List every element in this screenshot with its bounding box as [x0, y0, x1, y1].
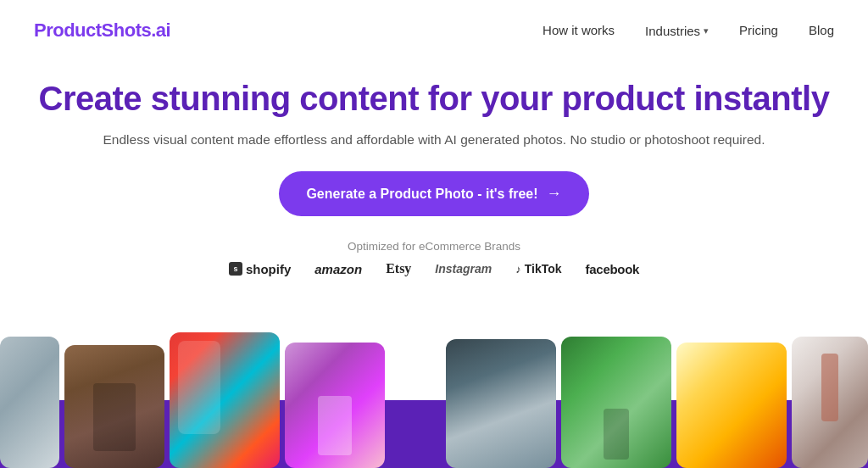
- shopify-label: shopify: [246, 262, 291, 276]
- brand-facebook: facebook: [586, 262, 639, 276]
- brand-tiktok: ♪ TikTok: [515, 262, 561, 276]
- chevron-down-icon: ▾: [704, 25, 709, 36]
- shopify-icon: s: [229, 262, 242, 276]
- brand-amazon: amazon: [314, 262, 362, 276]
- nav-link-pricing[interactable]: Pricing: [739, 23, 778, 37]
- brand-etsy: Etsy: [386, 261, 411, 276]
- nav-link-industries[interactable]: Industries ▾: [645, 24, 709, 38]
- brands-section: Optimized for eCommerce Brands s shopify…: [34, 240, 834, 276]
- nav-link-blog[interactable]: Blog: [809, 23, 834, 37]
- industries-label: Industries: [645, 24, 700, 38]
- brands-label: Optimized for eCommerce Brands: [34, 240, 834, 253]
- product-image-5: [561, 337, 671, 468]
- navigation: ProductShots.ai How it works Industries …: [0, 0, 868, 61]
- nav-item-how-it-works[interactable]: How it works: [542, 23, 615, 38]
- product-images-strip: [0, 328, 868, 468]
- product-image-2: [170, 332, 280, 468]
- cta-label: Generate a Product Photo - it's free!: [306, 187, 537, 202]
- product-image-7: [792, 337, 868, 468]
- product-image-3: [285, 343, 385, 468]
- nav-item-pricing[interactable]: Pricing: [739, 23, 778, 38]
- instagram-label: Instagram: [435, 262, 492, 276]
- nav-links: How it works Industries ▾ Pricing Blog: [542, 23, 834, 38]
- logo[interactable]: ProductShots.ai: [34, 20, 170, 42]
- amazon-label: amazon: [314, 262, 362, 276]
- product-image-1: [64, 345, 164, 468]
- brand-instagram: Instagram: [435, 262, 492, 276]
- hero-headline: Create stunning content for your product…: [34, 78, 834, 119]
- cta-button[interactable]: Generate a Product Photo - it's free! →: [279, 171, 588, 216]
- product-image-4: [446, 339, 556, 468]
- brands-row: s shopify amazon Etsy Instagram ♪ TikTok…: [34, 261, 834, 276]
- brand-shopify: s shopify: [229, 262, 291, 276]
- hero-section: Create stunning content for your product…: [0, 61, 868, 276]
- nav-link-how-it-works[interactable]: How it works: [542, 23, 615, 37]
- tiktok-label: TikTok: [525, 262, 562, 276]
- etsy-label: Etsy: [386, 261, 411, 276]
- facebook-label: facebook: [586, 262, 639, 276]
- product-image-6: [676, 343, 787, 468]
- hero-subheadline: Endless visual content made effortless a…: [34, 132, 834, 148]
- product-image-0: [0, 337, 59, 468]
- nav-item-blog[interactable]: Blog: [809, 23, 834, 38]
- nav-item-industries[interactable]: Industries ▾: [645, 24, 709, 38]
- tiktok-icon: ♪: [515, 263, 521, 276]
- cta-arrow-icon: →: [547, 185, 562, 203]
